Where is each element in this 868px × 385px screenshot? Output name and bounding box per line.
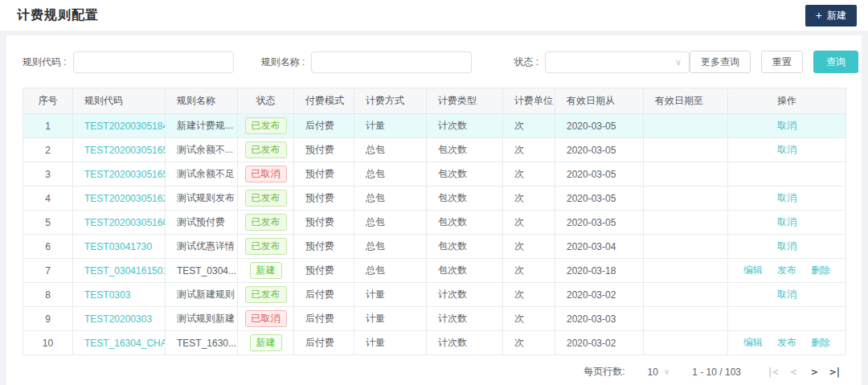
rule-code-link[interactable]: TEST03041730 (84, 241, 152, 252)
rule-code-input[interactable] (73, 51, 234, 73)
cell-rule-name: 测试优惠详情 (166, 235, 238, 259)
cell-bill-type: 包次数 (427, 186, 503, 211)
cancel-link[interactable]: 取消 (777, 144, 796, 155)
cancel-link[interactable]: 取消 (777, 192, 796, 203)
cell-status: 新建 (238, 259, 294, 283)
rows-per-page-label: 每页行数: (583, 365, 624, 379)
cell-bill-type: 计次数 (427, 283, 503, 307)
plus-icon: + (816, 10, 822, 21)
reset-button[interactable]: 重置 (761, 51, 803, 73)
cancel-link[interactable]: 取消 (777, 216, 796, 227)
cancel-link[interactable]: 取消 (777, 289, 796, 300)
table-row: 5 TEST202003051604 测试预付费 已发布 预付费 总包 包次数 … (23, 211, 846, 235)
rule-code-link[interactable]: TEST202003051840 (73, 114, 166, 138)
rows-per-page-select[interactable]: 10 ∨ (648, 367, 670, 378)
cell-date-to (644, 114, 728, 138)
rule-code-link[interactable]: TEST202003051659 (84, 145, 166, 156)
table-row: 1 TEST202003051840 新建计费规... 已发布 后付费 计量 计… (23, 114, 846, 138)
cell-actions: 取消 (728, 186, 846, 211)
rule-code-link[interactable]: TEST202003051653 (84, 169, 166, 180)
new-rule-button[interactable]: + 新建 (805, 5, 857, 27)
pagination-bar: 每页行数: 10 ∨ 1 - 10 / 103 |< < > >| (6, 355, 862, 379)
rule-name-label: 规则名称 : (261, 55, 305, 69)
next-page-icon[interactable]: > (804, 366, 825, 378)
search-button[interactable]: 查询 (813, 51, 858, 73)
rule-code-link[interactable]: TEST202003051621 (84, 193, 166, 204)
cell-actions: 编辑发布删除 (728, 259, 846, 283)
cell-date-to (644, 307, 728, 331)
cell-bill-unit: 次 (503, 259, 555, 283)
cell-bill-type: 包次数 (427, 162, 503, 186)
table-header-row: 序号规则代码规则名称状态付费模式计费方式计费类型计费单位有效日期从有效日期至操作 (23, 88, 846, 114)
new-rule-button-label: 新建 (827, 9, 846, 23)
rule-code-link[interactable]: TEST202003051659 (73, 138, 166, 162)
edit-link[interactable]: 编辑 (743, 337, 763, 348)
cell-actions: 取消 (728, 283, 846, 307)
cell-status: 已发布 (238, 235, 294, 259)
column-header-bill_method: 计费方式 (354, 88, 427, 114)
rule-code-link[interactable]: TEST202003051653 (73, 162, 166, 186)
rows-per-page-value: 10 (648, 367, 658, 378)
rule-code-link[interactable]: TEST_0304161501 (84, 265, 166, 276)
cell-pay-mode: 预付费 (294, 259, 354, 283)
rule-code-link[interactable]: TEST03041730 (73, 235, 166, 259)
cell-date-to (644, 162, 728, 186)
rule-name-input[interactable] (311, 51, 472, 73)
cancel-link[interactable]: 取消 (777, 120, 796, 131)
cell-date-from: 2020-03-05 (555, 186, 644, 211)
cell-bill-unit: 次 (503, 114, 555, 138)
table-row: 10 TEST_16304_CHA... TEST_1630... 新建 后付费… (23, 331, 846, 355)
status-badge: 已取消 (245, 310, 287, 327)
rule-code-link[interactable]: TEST20200303 (73, 307, 166, 331)
cell-actions: 取消 (728, 138, 846, 162)
rule-code-link[interactable]: TEST_16304_CHA... (73, 331, 166, 355)
cancel-link[interactable]: 取消 (777, 240, 796, 252)
delete-link[interactable]: 删除 (811, 264, 830, 276)
edit-link[interactable]: 编辑 (743, 264, 763, 276)
rule-code-link[interactable]: TEST0303 (84, 289, 130, 301)
top-bar: 计费规则配置 + 新建 (0, 0, 868, 31)
cell-bill-type: 包次数 (427, 235, 503, 259)
status-badge: 已发布 (245, 238, 287, 255)
prev-page-icon[interactable]: < (783, 366, 804, 378)
first-page-icon[interactable]: |< (762, 366, 783, 378)
cell-rule-name: 测试余额不... (166, 138, 238, 162)
page-title: 计费规则配置 (17, 7, 99, 24)
status-badge: 新建 (250, 262, 282, 279)
cell-status: 已发布 (238, 283, 294, 307)
column-header-pay_mode: 付费模式 (294, 88, 354, 114)
cell-bill-method: 计量 (354, 283, 427, 307)
rule-code-link[interactable]: TEST202003051604 (73, 211, 166, 235)
status-select[interactable]: ∨ (545, 51, 690, 73)
table-body: 1 TEST202003051840 新建计费规... 已发布 后付费 计量 计… (23, 114, 846, 355)
cell-pay-mode: 预付费 (294, 235, 354, 259)
cell-pay-mode: 后付费 (294, 283, 354, 307)
last-page-icon[interactable]: >| (825, 366, 845, 378)
publish-link[interactable]: 发布 (777, 337, 796, 348)
publish-link[interactable]: 发布 (777, 264, 796, 276)
cell-actions: 取消 (728, 235, 846, 259)
rule-code-link[interactable]: TEST202003051840 (84, 121, 166, 132)
cell-bill-method: 总包 (354, 162, 427, 186)
cell-index: 5 (23, 211, 73, 235)
rule-code-link[interactable]: TEST202003051604 (84, 217, 166, 228)
content-card: 规则代码 : 规则名称 : 状态 : ∨ 更多查询 重置 查询 序号 (6, 35, 862, 385)
table-row: 2 TEST202003051659 测试余额不... 已发布 预付费 总包 包… (23, 138, 846, 162)
rule-code-link[interactable]: TEST_16304_CHA... (84, 338, 166, 349)
rule-code-link[interactable]: TEST202003051621 (73, 186, 166, 211)
status-badge: 已发布 (245, 286, 287, 303)
cell-date-from: 2020-03-04 (555, 235, 644, 259)
cell-status: 已发布 (238, 138, 294, 162)
cell-bill-method: 计量 (354, 331, 427, 355)
more-query-button[interactable]: 更多查询 (690, 51, 751, 73)
cell-pay-mode: 后付费 (294, 307, 354, 331)
rule-code-link[interactable]: TEST_0304161501 (73, 259, 166, 283)
filter-bar: 规则代码 : 规则名称 : 状态 : ∨ 更多查询 重置 查询 (6, 35, 862, 88)
cell-bill-unit: 次 (503, 283, 555, 307)
rule-code-link[interactable]: TEST20200303 (84, 313, 152, 325)
cell-pay-mode: 预付费 (294, 162, 354, 186)
rule-code-link[interactable]: TEST0303 (73, 283, 166, 307)
delete-link[interactable]: 删除 (811, 337, 830, 348)
cell-status: 已取消 (238, 162, 294, 186)
cell-pay-mode: 预付费 (294, 186, 354, 211)
